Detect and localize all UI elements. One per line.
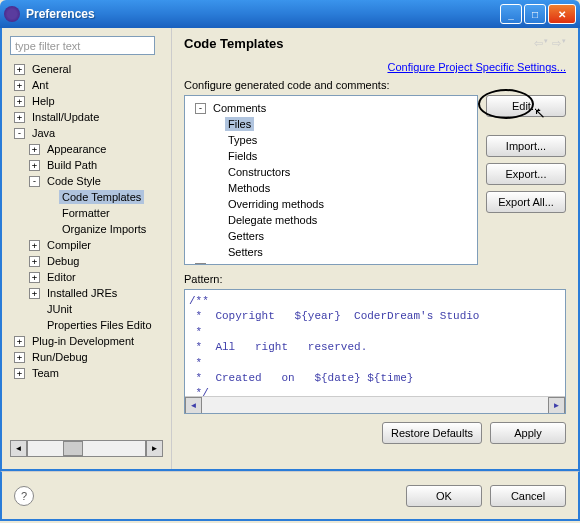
tree-item[interactable]: -Code Style bbox=[8, 173, 167, 189]
tree-item-label: Types bbox=[225, 133, 260, 147]
tree-item-label: Ant bbox=[29, 78, 52, 92]
pattern-box[interactable]: /** * Copyright ${year} CoderDream's Stu… bbox=[184, 289, 566, 414]
tree-item[interactable]: +Code bbox=[189, 260, 473, 265]
tree-item[interactable]: +Debug bbox=[8, 253, 167, 269]
expand-icon[interactable]: + bbox=[29, 256, 40, 267]
tree-item-label: Appearance bbox=[44, 142, 109, 156]
tree-item[interactable]: Constructors bbox=[189, 164, 473, 180]
project-settings-link[interactable]: Configure Project Specific Settings... bbox=[387, 61, 566, 73]
tree-item[interactable]: Methods bbox=[189, 180, 473, 196]
tree-item-label: Code Templates bbox=[59, 190, 144, 204]
tree-item-label: Fields bbox=[225, 149, 260, 163]
expand-icon[interactable]: + bbox=[29, 144, 40, 155]
export-all-button[interactable]: Export All... bbox=[486, 191, 566, 213]
tree-item[interactable]: +Build Path bbox=[8, 157, 167, 173]
expand-icon[interactable]: + bbox=[14, 80, 25, 91]
tree-item[interactable]: +Help bbox=[8, 93, 167, 109]
template-tree[interactable]: -CommentsFilesTypesFieldsConstructorsMet… bbox=[184, 95, 478, 265]
scroll-left-button[interactable]: ◄ bbox=[10, 440, 27, 457]
tree-item-label: Team bbox=[29, 366, 62, 380]
expand-icon[interactable]: + bbox=[29, 288, 40, 299]
tree-item[interactable]: Setters bbox=[189, 244, 473, 260]
edit-button[interactable]: Edit... bbox=[486, 95, 566, 117]
collapse-icon[interactable]: - bbox=[29, 176, 40, 187]
tree-item-label: Editor bbox=[44, 270, 79, 284]
page-title: Code Templates bbox=[184, 36, 283, 51]
back-arrow-icon[interactable]: ⇦ bbox=[534, 37, 548, 50]
ok-button[interactable]: OK bbox=[406, 485, 482, 507]
pattern-text: /** * Copyright ${year} CoderDream's Stu… bbox=[189, 294, 561, 402]
tree-item-label: Setters bbox=[225, 245, 266, 259]
forward-arrow-icon[interactable]: ⇨ bbox=[552, 37, 566, 50]
export-button[interactable]: Export... bbox=[486, 163, 566, 185]
tree-item-label: Compiler bbox=[44, 238, 94, 252]
tree-item[interactable]: +Team bbox=[8, 365, 167, 381]
tree-item-label: Comments bbox=[210, 101, 269, 115]
tree-item[interactable]: Files bbox=[189, 116, 473, 132]
tree-item[interactable]: Code Templates bbox=[8, 189, 167, 205]
expand-icon[interactable]: + bbox=[29, 160, 40, 171]
app-icon bbox=[4, 6, 20, 22]
tree-item[interactable]: +Run/Debug bbox=[8, 349, 167, 365]
tree-item-label: Delegate methods bbox=[225, 213, 320, 227]
tree-item[interactable]: JUnit bbox=[8, 301, 167, 317]
tree-item-label: Formatter bbox=[59, 206, 113, 220]
tree-item[interactable]: -Comments bbox=[189, 100, 473, 116]
tree-item[interactable]: Fields bbox=[189, 148, 473, 164]
expand-icon[interactable]: + bbox=[14, 352, 25, 363]
tree-item-label: Run/Debug bbox=[29, 350, 91, 364]
help-icon[interactable]: ? bbox=[14, 486, 34, 506]
pattern-scrollbar[interactable]: ◄ ► bbox=[185, 396, 565, 413]
maximize-button[interactable]: □ bbox=[524, 4, 546, 24]
expand-icon[interactable]: + bbox=[14, 336, 25, 347]
close-button[interactable]: ✕ bbox=[548, 4, 576, 24]
tree-item[interactable]: Properties Files Edito bbox=[8, 317, 167, 333]
minimize-button[interactable]: _ bbox=[500, 4, 522, 24]
tree-item-label: General bbox=[29, 62, 74, 76]
tree-item-label: Constructors bbox=[225, 165, 293, 179]
expand-icon[interactable]: + bbox=[14, 96, 25, 107]
tree-item-label: Code bbox=[210, 261, 242, 265]
pattern-scroll-right[interactable]: ► bbox=[548, 397, 565, 414]
expand-icon[interactable]: + bbox=[195, 263, 206, 266]
tree-item[interactable]: Overriding methods bbox=[189, 196, 473, 212]
scroll-thumb[interactable] bbox=[63, 441, 83, 456]
expand-icon[interactable]: + bbox=[14, 368, 25, 379]
expand-icon[interactable]: + bbox=[14, 64, 25, 75]
expand-icon[interactable]: + bbox=[14, 112, 25, 123]
restore-defaults-button[interactable]: Restore Defaults bbox=[382, 422, 482, 444]
pattern-scroll-left[interactable]: ◄ bbox=[185, 397, 202, 414]
tree-item[interactable]: Organize Imports bbox=[8, 221, 167, 237]
tree-item[interactable]: Types bbox=[189, 132, 473, 148]
filter-input[interactable] bbox=[10, 36, 155, 55]
collapse-icon[interactable]: - bbox=[14, 128, 25, 139]
scroll-track[interactable] bbox=[27, 440, 146, 457]
tree-item[interactable]: +Ant bbox=[8, 77, 167, 93]
scroll-right-button[interactable]: ► bbox=[146, 440, 163, 457]
tree-item[interactable]: +Appearance bbox=[8, 141, 167, 157]
tree-item-label: Code Style bbox=[44, 174, 104, 188]
expand-icon[interactable]: + bbox=[29, 272, 40, 283]
tree-item[interactable]: -Java bbox=[8, 125, 167, 141]
import-button[interactable]: Import... bbox=[486, 135, 566, 157]
tree-item-label: Plug-in Development bbox=[29, 334, 137, 348]
tree-item[interactable]: +General bbox=[8, 61, 167, 77]
tree-item[interactable]: +Install/Update bbox=[8, 109, 167, 125]
tree-item[interactable]: Formatter bbox=[8, 205, 167, 221]
tree-item-label: Organize Imports bbox=[59, 222, 149, 236]
tree-item-label: Methods bbox=[225, 181, 273, 195]
tree-item[interactable]: +Compiler bbox=[8, 237, 167, 253]
expand-icon[interactable]: + bbox=[29, 240, 40, 251]
apply-button[interactable]: Apply bbox=[490, 422, 566, 444]
nav-scrollbar[interactable]: ◄ ► bbox=[10, 440, 163, 457]
collapse-icon[interactable]: - bbox=[195, 103, 206, 114]
cancel-button[interactable]: Cancel bbox=[490, 485, 566, 507]
tree-item[interactable]: +Editor bbox=[8, 269, 167, 285]
tree-item[interactable]: Getters bbox=[189, 228, 473, 244]
tree-item[interactable]: Delegate methods bbox=[189, 212, 473, 228]
tree-item[interactable]: +Plug-in Development bbox=[8, 333, 167, 349]
section-label: Configure generated code and comments: bbox=[184, 79, 566, 91]
tree-item[interactable]: +Installed JREs bbox=[8, 285, 167, 301]
tree-item-label: Properties Files Edito bbox=[44, 318, 155, 332]
nav-tree[interactable]: +General+Ant+Help+Install/Update-Java+Ap… bbox=[6, 61, 167, 436]
